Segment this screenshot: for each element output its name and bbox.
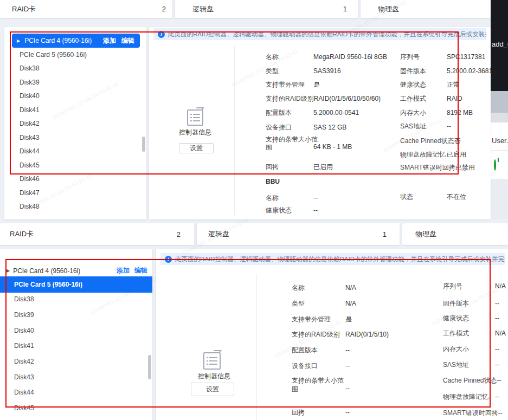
sidebar-scrollbar[interactable] — [142, 137, 145, 152]
field-label: 类型 — [266, 66, 313, 76]
field-label: 设备接口 — [266, 122, 313, 132]
field-value: -- — [345, 361, 350, 371]
field-row: 物理盘故障记忆已启用 — [400, 150, 466, 159]
sidebar-item-disk43[interactable]: Disk43 — [20, 132, 40, 143]
info-banner: i 此页面的RAID控制器、逻辑驱动器、物理驱动器的信息依赖RAID卡的带外管理… — [160, 253, 505, 265]
sidebar-item-disk38[interactable]: Disk38 — [14, 294, 34, 305]
sidebar-item-disk48[interactable]: Disk48 — [20, 201, 40, 212]
field-label: 类型 — [292, 299, 345, 308]
info-banner-text: 此页面的RAID控制器、逻辑驱动器、物理驱动器的信息依赖RAID卡的带外管理功能… — [175, 255, 505, 263]
field-label: 健康状态 — [400, 80, 447, 89]
field-label: 配置版本 — [266, 108, 313, 118]
field-row: 名称MegaRAID 9560-16i 8GB — [266, 52, 387, 62]
field-label: SMART错误时回拷 — [443, 408, 498, 418]
tab-logical-disk-mid[interactable]: 逻辑盘 1 — [197, 223, 400, 245]
sidebar-item-disk40[interactable]: Disk40 — [20, 91, 40, 101]
field-label: 支持的条带大小范围 — [266, 135, 320, 152]
field-value: 正常 — [447, 80, 460, 89]
field-row: 工作模式RAID — [400, 94, 462, 104]
field-row: 类型N/A — [292, 299, 356, 308]
settings-button[interactable]: 设置 — [191, 383, 234, 396]
field-row: 内存大小8192 MB — [400, 108, 473, 118]
field-label: 支持的条带大小范围 — [292, 376, 346, 393]
background-band — [491, 113, 508, 122]
info-banner: i 此页面的RAID控制器、逻辑驱动器、物理驱动器的信息依赖RAID卡的带外管理… — [153, 28, 486, 40]
sidebar-item-pcie-card-5-selected[interactable]: PCIe Card 5 (9560-16i) — [0, 276, 152, 293]
user-label[interactable]: User... — [492, 137, 508, 145]
sidebar-item-disk42[interactable]: Disk42 — [20, 118, 40, 129]
field-label: Cache Pinned状态 — [400, 136, 454, 146]
field-row: 配置版本-- — [292, 345, 350, 355]
field-value: RAID — [447, 94, 462, 104]
tab-raid-card-mid[interactable]: RAID卡 2 — [0, 223, 194, 245]
field-row: 序列号SPC1317381 — [400, 52, 485, 62]
tab-label: 逻辑盘 — [208, 229, 229, 239]
field-row: 设备接口SAS 12 GB — [266, 122, 346, 132]
background-panel: User... — [491, 122, 508, 179]
sidebar-item-disk40[interactable]: Disk40 — [14, 325, 34, 336]
settings-button[interactable]: 设置 — [179, 143, 214, 153]
power-icon[interactable] — [494, 160, 496, 170]
sidebar-item-disk42[interactable]: Disk42 — [14, 356, 34, 367]
field-value: N/A — [345, 299, 356, 308]
sidebar-item-disk44[interactable]: Disk44 — [20, 146, 40, 157]
sidebar-item-disk39[interactable]: Disk39 — [20, 77, 40, 88]
sidebar-item-disk45[interactable]: Disk45 — [20, 160, 40, 171]
controller-info-title: 控制器信息 — [157, 128, 233, 137]
add-link[interactable]: 添加 — [103, 36, 116, 46]
field-row: 支持的RAID级别RAID(0/1/5/10) — [292, 329, 389, 339]
tab-physical-disk-mid[interactable]: 物理盘 — [402, 223, 508, 245]
background-app-strip: add_c User... — [491, 0, 508, 219]
tab-label: 物理盘 — [415, 229, 436, 239]
sidebar-item-disk38[interactable]: Disk38 — [20, 63, 40, 74]
edit-link[interactable]: 编辑 — [121, 36, 134, 46]
field-label: 名称 — [266, 193, 313, 203]
field-row: 内存大小-- — [443, 344, 499, 354]
info-banner-text: 此页面的RAID控制器、逻辑驱动器、物理驱动器的信息依赖RAID卡的带外管理功能… — [168, 30, 486, 38]
sidebar-item-disk45[interactable]: Disk45 — [14, 403, 34, 413]
field-value: -- — [313, 193, 318, 203]
sidebar-item-disk46[interactable]: Disk46 — [20, 173, 40, 184]
field-row: SMART错误时回拷-- — [443, 408, 503, 418]
field-label: 健康状态 — [266, 205, 313, 215]
field-value: 已禁用 — [455, 163, 475, 172]
field-row: 支持的RAID级别RAID(0/1/5/6/10/50/60) — [266, 94, 381, 104]
bbu-section-header: BBU — [266, 178, 280, 185]
sidebar-item-pcie-card-5[interactable]: PCIe Card 5 (9560-16i) — [20, 49, 87, 60]
expand-arrow-icon: ▶ — [7, 268, 10, 273]
background-band — [491, 179, 508, 219]
edit-link[interactable]: 编辑 — [134, 266, 147, 275]
field-label: 支持带外管理 — [292, 314, 345, 324]
field-label: 物理盘故障记忆 — [400, 150, 447, 159]
field-value: 64 KB - 1 MB — [313, 143, 352, 151]
sidebar-item-pcie-card-4-selected[interactable]: ▶ PCIe Card 4 (9560-16i) 添加 编辑 — [12, 34, 140, 48]
tab-raid-card-top[interactable]: RAID卡 2 — [0, 0, 172, 18]
field-value: -- — [498, 408, 503, 418]
tab-logical-disk-top[interactable]: 逻辑盘 1 — [175, 0, 358, 18]
sidebar-item-disk44[interactable]: Disk44 — [14, 387, 34, 398]
add-link[interactable]: 添加 — [117, 266, 130, 275]
field-value: 已启用 — [313, 162, 333, 172]
tab-label: 物理盘 — [378, 4, 399, 14]
sidebar-item-pcie-card-4[interactable]: ▶ PCIe Card 4 (9560-16i) 添加 编辑 — [0, 264, 152, 277]
field-label: 内存大小 — [400, 108, 447, 118]
sidebar-item-disk43[interactable]: Disk43 — [14, 372, 34, 383]
background-dialog-title: add_c — [492, 40, 508, 48]
field-row: Cache Pinned状态-- — [443, 376, 501, 385]
sidebar-item-label: PCIe Card 4 (9560-16i) — [13, 267, 117, 275]
sidebar-item-disk39[interactable]: Disk39 — [14, 309, 34, 320]
tab-physical-disk-top[interactable]: 物理盘 — [361, 0, 491, 18]
field-row: 物理盘故障记忆-- — [443, 392, 499, 402]
field-value: -- — [313, 205, 318, 215]
field-row: 回拷-- — [292, 408, 350, 417]
sidebar-item-disk41[interactable]: Disk41 — [14, 340, 34, 351]
field-row: 配置版本5.2000.00-0541 — [266, 108, 359, 118]
tab-count: 2 — [162, 5, 166, 13]
sidebar-item-disk47[interactable]: Disk47 — [20, 188, 40, 198]
field-row: 回拷已启用 — [266, 162, 333, 172]
field-label: Cache Pinned状态 — [443, 376, 497, 385]
field-row: 名称-- — [266, 193, 318, 203]
field-label: 序列号 — [400, 52, 447, 62]
sidebar-item-disk41[interactable]: Disk41 — [20, 105, 40, 115]
sidebar-scrollbar[interactable] — [148, 355, 151, 379]
